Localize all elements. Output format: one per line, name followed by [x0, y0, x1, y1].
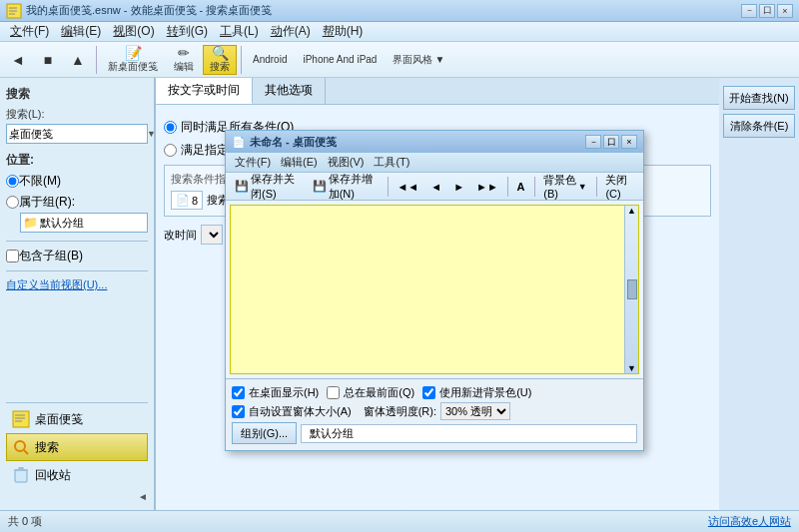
opacity-label: 窗体透明度(R):: [364, 404, 436, 419]
iphone-ipad-label: iPhone And iPad: [303, 54, 377, 65]
tab-other-options[interactable]: 其他选项: [253, 78, 326, 104]
menu-view[interactable]: 视图(O): [107, 22, 160, 41]
search-section-title: 搜索: [6, 86, 148, 103]
menu-edit[interactable]: 编辑(E): [55, 22, 107, 41]
always-front-check[interactable]: [327, 386, 340, 399]
location-label: 位置:: [6, 152, 148, 169]
modal-maximize-button[interactable]: 口: [603, 135, 619, 149]
modal-bg-color-button[interactable]: 背景色(B) ▼: [538, 170, 591, 203]
not-limited-row: 不限(M): [6, 173, 148, 190]
status-bar: 共 0 项 访问高效e人网站: [0, 510, 799, 532]
up-button[interactable]: ▲: [64, 45, 92, 75]
group-button[interactable]: 组别(G)...: [232, 422, 297, 444]
svg-rect-12: [18, 467, 24, 469]
start-find-button[interactable]: 开始查找(N): [723, 86, 795, 110]
edit-icon: ✏: [178, 46, 190, 60]
use-new-bg-check[interactable]: [422, 386, 435, 399]
save-close-label: 保存并关闭(S): [251, 172, 301, 202]
clear-condition-button[interactable]: 清除条件(E): [723, 114, 795, 138]
scrollbar-up[interactable]: ▲: [627, 206, 636, 216]
separator-1: [96, 46, 97, 74]
search-dropdown-icon[interactable]: ▼: [147, 129, 155, 139]
search-label: 搜索: [210, 60, 230, 74]
menu-bar: 文件(F) 编辑(E) 视图(O) 转到(G) 工具(L) 动作(A) 帮助(H…: [0, 22, 799, 42]
modal-app-icon: 📄: [232, 136, 246, 149]
use-new-bg-label: 使用新进背景色(U): [439, 385, 531, 400]
any-condition-radio[interactable]: [164, 144, 177, 157]
opacity-select[interactable]: 30% 透明: [440, 402, 510, 420]
website-link[interactable]: 访问高效e人网站: [708, 514, 791, 529]
belongs-group-radio[interactable]: [6, 196, 19, 209]
sidebar-item-search[interactable]: 搜索: [6, 433, 148, 461]
tab-by-text-time[interactable]: 按文字或时间: [156, 78, 253, 104]
not-limited-label: 不限(M): [19, 173, 61, 190]
svg-rect-4: [13, 411, 29, 427]
app-icon: [6, 3, 22, 19]
search-button[interactable]: 🔍 搜索: [203, 45, 237, 75]
modal-next-button[interactable]: ►: [448, 178, 469, 196]
customize-view-link[interactable]: 自定义当前视图(U)...: [6, 277, 148, 292]
modal-title-text: 未命名 - 桌面便笺: [250, 135, 585, 150]
chevron-down-icon: ▼: [434, 54, 444, 65]
sidebar-trash-label: 回收站: [35, 467, 71, 484]
new-note-button[interactable]: 📝 新桌面便笺: [101, 45, 165, 75]
iphone-ipad-button[interactable]: iPhone And iPad: [296, 45, 384, 75]
modal-note-content[interactable]: ▲ ▼: [230, 205, 639, 374]
scrollbar-thumb[interactable]: [627, 279, 637, 299]
all-conditions-radio[interactable]: [164, 121, 177, 134]
sidebar-search-label: 搜索: [35, 439, 59, 456]
auto-size-check[interactable]: [232, 405, 245, 418]
modal-scrollbar[interactable]: ▲ ▼: [624, 206, 638, 373]
note-textarea[interactable]: [231, 206, 638, 373]
maximize-button[interactable]: 口: [759, 4, 775, 18]
stop-button[interactable]: ■: [34, 45, 62, 75]
include-subgroup-check[interactable]: [6, 250, 19, 263]
modal-window: 📄 未命名 - 桌面便笺 － 口 × 文件(F) 编辑(E) 视图(V) 工具(…: [225, 130, 644, 451]
ui-style-button[interactable]: 界面风格 ▼: [386, 45, 451, 75]
back-button[interactable]: ◄: [4, 45, 32, 75]
android-button[interactable]: Android: [246, 45, 294, 75]
date-select[interactable]: [201, 225, 223, 245]
scrollbar-down[interactable]: ▼: [627, 363, 636, 373]
minimize-button[interactable]: －: [741, 4, 757, 18]
show-on-desktop-label: 在桌面显示(H): [249, 385, 319, 400]
search-input[interactable]: [9, 128, 147, 140]
trash-icon: [11, 465, 31, 485]
modal-minimize-button[interactable]: －: [585, 135, 601, 149]
new-note-icon: 📝: [125, 46, 142, 60]
menu-goto[interactable]: 转到(G): [161, 22, 214, 41]
modal-last-button[interactable]: ►►: [471, 178, 503, 196]
modal-close-button[interactable]: ×: [621, 135, 637, 149]
group-value-label: 默认分组: [301, 424, 637, 443]
belongs-group-row: 属于组(R):: [6, 194, 148, 211]
edit-button[interactable]: ✏ 编辑: [167, 45, 201, 75]
modal-first-button[interactable]: ◄◄: [392, 178, 423, 196]
menu-tools[interactable]: 工具(L): [214, 22, 265, 41]
right-action-buttons: 开始查找(N) 清除条件(E): [719, 78, 799, 510]
sidebar-notes-label: 桌面便笺: [35, 411, 83, 428]
sidebar-item-trash[interactable]: 回收站: [6, 461, 148, 489]
save-add-icon: 💾: [313, 180, 327, 193]
save-close-icon: 💾: [235, 180, 249, 193]
notes-icon: [11, 409, 31, 429]
always-front-label: 总在最前面(Q): [344, 385, 414, 400]
modal-close-btn[interactable]: 关闭(C): [600, 170, 639, 203]
modal-font-button[interactable]: A: [512, 178, 530, 196]
modal-save-add-button[interactable]: 💾 保存并增加(N): [308, 169, 384, 205]
menu-file[interactable]: 文件(F): [4, 22, 55, 41]
not-limited-radio[interactable]: [6, 175, 19, 188]
show-on-desktop-check[interactable]: [232, 386, 245, 399]
divider-1: [6, 241, 148, 242]
expand-sidebar-button[interactable]: ◄: [138, 491, 148, 502]
window-controls: － 口 ×: [741, 4, 793, 18]
close-label: 关闭(C): [605, 173, 634, 200]
modal-tb-sep4: [596, 177, 597, 197]
sidebar-item-notes[interactable]: 桌面便笺: [6, 405, 148, 433]
menu-help[interactable]: 帮助(H): [317, 22, 370, 41]
modal-prev-button[interactable]: ◄: [425, 178, 446, 196]
modal-save-close-button[interactable]: 💾 保存并关闭(S): [230, 169, 306, 205]
search-icon: 🔍: [212, 46, 229, 60]
close-button[interactable]: ×: [777, 4, 793, 18]
menu-actions[interactable]: 动作(A): [265, 22, 317, 41]
modal-tb-sep2: [507, 177, 508, 197]
